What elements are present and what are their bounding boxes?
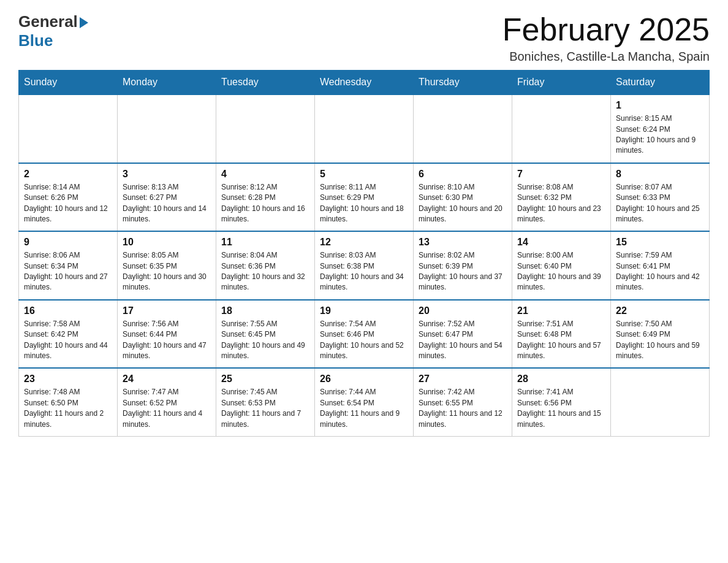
calendar-day-cell: 19Sunrise: 7:54 AMSunset: 6:46 PMDayligh…	[315, 300, 414, 369]
calendar-day-cell: 9Sunrise: 8:06 AMSunset: 6:34 PMDaylight…	[19, 231, 118, 300]
day-number: 16	[24, 305, 112, 316]
calendar-table: SundayMondayTuesdayWednesdayThursdayFrid…	[18, 70, 710, 437]
day-number: 25	[221, 373, 309, 385]
calendar-week-row: 9Sunrise: 8:06 AMSunset: 6:34 PMDaylight…	[19, 231, 710, 300]
weekday-header-tuesday: Tuesday	[216, 71, 315, 95]
calendar-day-cell: 21Sunrise: 7:51 AMSunset: 6:48 PMDayligh…	[512, 300, 611, 369]
calendar-day-cell	[19, 94, 118, 163]
logo-blue-text: Blue	[18, 31, 53, 50]
day-info: Sunrise: 8:00 AMSunset: 6:40 PMDaylight:…	[517, 250, 605, 293]
calendar-day-cell	[611, 368, 710, 436]
calendar-day-cell	[315, 94, 414, 163]
day-info: Sunrise: 8:05 AMSunset: 6:35 PMDaylight:…	[123, 250, 211, 293]
calendar-day-cell: 5Sunrise: 8:11 AMSunset: 6:29 PMDaylight…	[315, 163, 414, 232]
day-info: Sunrise: 7:44 AMSunset: 6:54 PMDaylight:…	[320, 387, 408, 430]
day-info: Sunrise: 8:07 AMSunset: 6:33 PMDaylight:…	[616, 182, 704, 225]
day-number: 12	[320, 237, 408, 248]
day-number: 9	[24, 237, 112, 248]
calendar-day-cell: 20Sunrise: 7:52 AMSunset: 6:47 PMDayligh…	[414, 300, 512, 369]
calendar-day-cell: 14Sunrise: 8:00 AMSunset: 6:40 PMDayligh…	[512, 231, 611, 300]
day-info: Sunrise: 7:48 AMSunset: 6:50 PMDaylight:…	[24, 387, 112, 430]
calendar-day-cell: 26Sunrise: 7:44 AMSunset: 6:54 PMDayligh…	[315, 368, 414, 436]
day-number: 24	[123, 373, 211, 385]
day-info: Sunrise: 8:06 AMSunset: 6:34 PMDaylight:…	[24, 250, 112, 293]
calendar-day-cell: 15Sunrise: 7:59 AMSunset: 6:41 PMDayligh…	[611, 231, 710, 300]
calendar-day-cell: 3Sunrise: 8:13 AMSunset: 6:27 PMDaylight…	[118, 163, 216, 232]
calendar-day-cell: 16Sunrise: 7:58 AMSunset: 6:42 PMDayligh…	[19, 300, 118, 369]
day-info: Sunrise: 7:45 AMSunset: 6:53 PMDaylight:…	[221, 387, 309, 430]
day-info: Sunrise: 8:12 AMSunset: 6:28 PMDaylight:…	[221, 182, 309, 225]
day-number: 6	[419, 169, 507, 180]
calendar-day-cell: 6Sunrise: 8:10 AMSunset: 6:30 PMDaylight…	[414, 163, 512, 232]
day-number: 18	[221, 305, 309, 316]
day-number: 2	[24, 169, 112, 180]
day-info: Sunrise: 7:51 AMSunset: 6:48 PMDaylight:…	[517, 319, 605, 362]
day-info: Sunrise: 7:54 AMSunset: 6:46 PMDaylight:…	[320, 319, 408, 362]
day-number: 15	[616, 237, 704, 248]
day-number: 27	[419, 373, 507, 385]
calendar-day-cell: 10Sunrise: 8:05 AMSunset: 6:35 PMDayligh…	[118, 231, 216, 300]
calendar-day-cell: 22Sunrise: 7:50 AMSunset: 6:49 PMDayligh…	[611, 300, 710, 369]
day-info: Sunrise: 8:03 AMSunset: 6:38 PMDaylight:…	[320, 250, 408, 293]
day-number: 28	[517, 373, 605, 385]
day-info: Sunrise: 7:56 AMSunset: 6:44 PMDaylight:…	[123, 319, 211, 362]
day-info: Sunrise: 8:10 AMSunset: 6:30 PMDaylight:…	[419, 182, 507, 225]
calendar-day-cell	[216, 94, 315, 163]
day-info: Sunrise: 8:14 AMSunset: 6:26 PMDaylight:…	[24, 182, 112, 225]
calendar-day-cell: 8Sunrise: 8:07 AMSunset: 6:33 PMDaylight…	[611, 163, 710, 232]
day-info: Sunrise: 7:47 AMSunset: 6:52 PMDaylight:…	[123, 387, 211, 430]
calendar-day-cell: 28Sunrise: 7:41 AMSunset: 6:56 PMDayligh…	[512, 368, 611, 436]
day-info: Sunrise: 8:08 AMSunset: 6:32 PMDaylight:…	[517, 182, 605, 225]
day-info: Sunrise: 7:52 AMSunset: 6:47 PMDaylight:…	[419, 319, 507, 362]
weekday-header-wednesday: Wednesday	[315, 71, 414, 95]
day-info: Sunrise: 8:11 AMSunset: 6:29 PMDaylight:…	[320, 182, 408, 225]
month-title: February 2025	[502, 12, 710, 47]
calendar-day-cell: 7Sunrise: 8:08 AMSunset: 6:32 PMDaylight…	[512, 163, 611, 232]
day-info: Sunrise: 7:41 AMSunset: 6:56 PMDaylight:…	[517, 387, 605, 430]
day-number: 8	[616, 169, 704, 180]
calendar-week-row: 16Sunrise: 7:58 AMSunset: 6:42 PMDayligh…	[19, 300, 710, 369]
day-number: 21	[517, 305, 605, 316]
day-number: 22	[616, 305, 704, 316]
day-info: Sunrise: 7:50 AMSunset: 6:49 PMDaylight:…	[616, 319, 704, 362]
day-info: Sunrise: 7:55 AMSunset: 6:45 PMDaylight:…	[221, 319, 309, 362]
calendar-day-cell: 1Sunrise: 8:15 AMSunset: 6:24 PMDaylight…	[611, 94, 710, 163]
day-number: 3	[123, 169, 211, 180]
day-info: Sunrise: 8:15 AMSunset: 6:24 PMDaylight:…	[616, 113, 704, 156]
day-number: 11	[221, 237, 309, 248]
logo: General Blue	[18, 12, 88, 50]
day-number: 20	[419, 305, 507, 316]
calendar-week-row: 2Sunrise: 8:14 AMSunset: 6:26 PMDaylight…	[19, 163, 710, 232]
weekday-header-friday: Friday	[512, 71, 611, 95]
calendar-day-cell: 27Sunrise: 7:42 AMSunset: 6:55 PMDayligh…	[414, 368, 512, 436]
day-info: Sunrise: 8:02 AMSunset: 6:39 PMDaylight:…	[419, 250, 507, 293]
logo-arrow-icon	[80, 17, 88, 28]
calendar-day-cell: 23Sunrise: 7:48 AMSunset: 6:50 PMDayligh…	[19, 368, 118, 436]
weekday-header-saturday: Saturday	[611, 71, 710, 95]
day-number: 10	[123, 237, 211, 248]
day-info: Sunrise: 7:42 AMSunset: 6:55 PMDaylight:…	[419, 387, 507, 430]
calendar-week-row: 1Sunrise: 8:15 AMSunset: 6:24 PMDaylight…	[19, 94, 710, 163]
weekday-header-sunday: Sunday	[19, 71, 118, 95]
logo-general-text: General	[18, 12, 78, 31]
day-number: 1	[616, 100, 704, 111]
calendar-day-cell: 4Sunrise: 8:12 AMSunset: 6:28 PMDaylight…	[216, 163, 315, 232]
day-info: Sunrise: 7:59 AMSunset: 6:41 PMDaylight:…	[616, 250, 704, 293]
day-number: 23	[24, 373, 112, 385]
calendar-day-cell: 13Sunrise: 8:02 AMSunset: 6:39 PMDayligh…	[414, 231, 512, 300]
day-number: 7	[517, 169, 605, 180]
day-number: 13	[419, 237, 507, 248]
title-section: February 2025 Boniches, Castille-La Manc…	[502, 12, 710, 64]
calendar-day-cell	[414, 94, 512, 163]
day-number: 19	[320, 305, 408, 316]
day-number: 4	[221, 169, 309, 180]
day-info: Sunrise: 8:13 AMSunset: 6:27 PMDaylight:…	[123, 182, 211, 225]
calendar-day-cell: 17Sunrise: 7:56 AMSunset: 6:44 PMDayligh…	[118, 300, 216, 369]
weekday-header-monday: Monday	[118, 71, 216, 95]
calendar-day-cell: 12Sunrise: 8:03 AMSunset: 6:38 PMDayligh…	[315, 231, 414, 300]
calendar-day-cell: 25Sunrise: 7:45 AMSunset: 6:53 PMDayligh…	[216, 368, 315, 436]
calendar-day-cell	[512, 94, 611, 163]
weekday-header-row: SundayMondayTuesdayWednesdayThursdayFrid…	[19, 71, 710, 95]
location-subtitle: Boniches, Castille-La Mancha, Spain	[502, 50, 710, 64]
day-info: Sunrise: 8:04 AMSunset: 6:36 PMDaylight:…	[221, 250, 309, 293]
